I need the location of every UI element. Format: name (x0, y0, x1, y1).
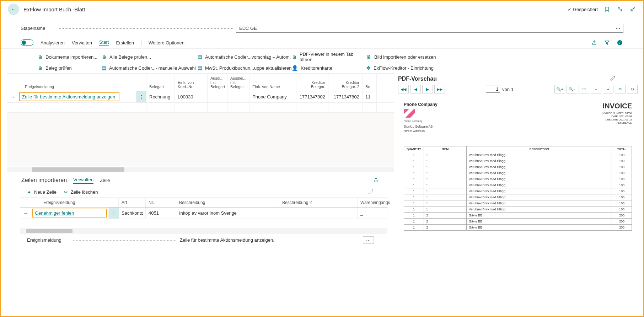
col-ausgl-belegnr[interactable]: Ausglei... mit Belegnr. (227, 74, 249, 91)
col-belegart[interactable]: Belegart (146, 74, 175, 91)
col2-beschreibung[interactable]: Beschreibung (176, 198, 279, 207)
pdf-minus-icon[interactable]: − (591, 85, 601, 93)
col-ausgl-belegart[interactable]: Ausgl... mit Belegart (208, 74, 227, 91)
cell-beschreibung: Inköp av varor inom Sverige (176, 208, 279, 219)
pdf-page-input[interactable] (486, 86, 500, 93)
grid-row[interactable]: → Zeile für bestimmte Aktionsmeldung anz… (7, 91, 394, 103)
sub-panel-header: Zeilen importieren Verwalten Zeile (7, 172, 394, 187)
stapelname-value: EDC GE (239, 26, 257, 31)
analyse-toggle[interactable] (21, 39, 33, 46)
col-kreditor-belegnr[interactable]: Kreditor Belegnr. (296, 74, 328, 91)
manual-code-icon: ▤ (102, 65, 106, 71)
grid-row-empty[interactable] (7, 103, 394, 113)
th-description: DESCRIPTION (467, 146, 612, 152)
pdf-prev-button[interactable]: ◀ (410, 85, 421, 93)
saved-label: Gespeichert (573, 7, 598, 12)
pdf-table-row: 11Varubrev/Brev med tillägg100 (404, 206, 632, 213)
stapelname-input[interactable]: EDC GE ⋯ (236, 24, 623, 33)
saved-indicator: ✓ Gespeichert (568, 7, 598, 12)
action-bild-importieren[interactable]: 🗎Bild importieren oder ersetzen (366, 52, 441, 62)
col2-ereignismeldung[interactable]: Ereignismeldung (20, 198, 119, 207)
action-zeile-loeschen[interactable]: ✂Zeile löschen (64, 189, 98, 195)
action-mwst-update[interactable]: ▤MwSt. Produktbuchun...uppe aktualisiere… (198, 65, 292, 71)
pdf-icon: 🗎 (292, 54, 297, 60)
action-label: MwSt. Produktbuchun...uppe aktualisieren (205, 65, 292, 71)
pdf-first-button[interactable]: ◀◀ (398, 85, 409, 93)
cell-waren[interactable]: _ (358, 208, 387, 219)
sub-grid-row-empty[interactable] (20, 219, 387, 228)
sub-share-icon[interactable] (372, 177, 380, 184)
pdf-zoom-out-icon[interactable]: 🔍- (567, 85, 577, 93)
new-line-icon: ✦ (27, 189, 31, 195)
menu-start[interactable]: Start (99, 39, 109, 46)
filter-icon[interactable] (603, 39, 611, 46)
ereignismeldung-link[interactable]: Zeile für bestimmte Aktionsmeldung anzei… (22, 94, 117, 100)
cell-kred2: 1771347802 (328, 91, 363, 102)
grid-header-row: Ereignismeldung Belegart Eink. von Kred.… (7, 74, 394, 91)
row-menu-button[interactable]: ⋮ (109, 208, 119, 219)
sub-grid-row[interactable]: → Genehmiger fehlen ⋮ Sachkonto 4051 Ink… (20, 208, 387, 219)
sub-grid-scrollbar[interactable] (20, 228, 387, 234)
col2-beschreibung2[interactable]: Beschreibung 2 (279, 198, 358, 207)
col-eink-name[interactable]: Eink. von Name (249, 74, 296, 91)
page-header: ← ExFlow Import Buch.-Blatt ✓ Gespeicher… (1, 1, 643, 18)
action-pdf-viewer[interactable]: 🗎PDF-Viewer in neuem Tab öffnen (292, 52, 366, 62)
col-eink-kred[interactable]: Eink. von Kred.-Nr. (175, 74, 208, 91)
row-menu-button[interactable]: ⋮ (136, 91, 146, 102)
cell-ausgl1 (208, 91, 227, 102)
action-label: Beleg prüfen (45, 65, 72, 71)
menu-verwalten[interactable]: Verwalten (72, 40, 92, 45)
row-indicator-icon: → (20, 208, 31, 219)
back-button[interactable]: ← (8, 4, 19, 15)
ellipsis-icon[interactable]: ⋯ (616, 26, 620, 31)
th-quantity: QUANTITY (404, 146, 424, 152)
action-dokumente-importieren[interactable]: 🗎Dokumente importieren... (38, 52, 102, 62)
col-ereignismeldung[interactable]: Ereignismeldung (7, 74, 146, 91)
genehmiger-link[interactable]: Genehmiger fehlen (35, 210, 74, 216)
pdf-table-row: 11Varubrev/Brev med tillägg100 (404, 200, 632, 206)
check-icon: ✓ (568, 7, 571, 12)
menu-analysieren[interactable]: Analysieren (41, 40, 65, 45)
action-kreditorenkarte[interactable]: 👤Kreditorenkarte (292, 65, 366, 71)
pdf-zoom-in-icon[interactable]: 🔍+ (554, 85, 565, 93)
action-exflow-kreditor[interactable]: ✥ExFlow-Kreditor - Einrichtung (366, 65, 441, 71)
action-auto-codier-manuell[interactable]: ▤Automatische Codier...- manuelle Auswah… (102, 65, 198, 71)
pdf-rotate-icon[interactable]: ↻ (627, 85, 638, 93)
action-neue-zeile[interactable]: ✦Neue Zeile (27, 189, 57, 195)
menu-weitere[interactable]: Weitere Optionen (149, 40, 184, 45)
action-label: ExFlow-Kreditor - Einrichtung (374, 65, 434, 71)
sub-settings-icon[interactable] (368, 189, 374, 195)
bookmark-icon[interactable] (603, 6, 611, 13)
col2-wareneingangs[interactable]: Wareneingangs (358, 198, 387, 207)
footer-menu-button[interactable]: ⋯ (363, 236, 374, 244)
sub-menu-verwalten[interactable]: Verwalten (73, 177, 93, 184)
col-kreditor-belegnr2[interactable]: Kreditor Belegnr. 2 (328, 74, 363, 91)
popout-icon[interactable] (616, 6, 623, 13)
pdf-table-row: 11Varubrev/Brev med tillägg100 (404, 170, 632, 176)
th-item: ITEM (424, 146, 467, 152)
col2-art[interactable]: Art (119, 198, 146, 207)
action-auto-codier-autom[interactable]: ▤Automatische Codier...vorschlag – Autom… (198, 52, 292, 62)
share-icon[interactable] (591, 39, 598, 46)
pdf-page-total: von 1 (502, 87, 514, 92)
menu-erstellen[interactable]: Erstellen (116, 40, 134, 45)
info-icon[interactable]: i (616, 39, 623, 46)
collapse-icon[interactable] (629, 6, 636, 13)
pdf-invoice-label: INVOICE (602, 102, 632, 110)
action-beleg-pruefen[interactable]: 🗎Beleg prüfen (38, 65, 102, 71)
pdf-title: PDF-Vorschau (398, 76, 638, 82)
th-total: TOTAL (612, 146, 632, 152)
ribbon-settings-icon[interactable] (610, 75, 616, 82)
pdf-preview-pane: PDF-Vorschau ◀◀ ◀ ▶ ▶▶ von 1 🔍+ 🔍- ⬚ − +… (394, 74, 643, 246)
pdf-next-button[interactable]: ▶ (422, 85, 433, 93)
pdf-last-button[interactable]: ▶▶ (434, 85, 445, 93)
col-be[interactable]: Be (363, 74, 377, 91)
pdf-refresh-icon[interactable]: ⟳ (615, 85, 626, 93)
main-grid-scrollbar[interactable] (7, 167, 394, 172)
col2-nr[interactable]: Nr. (146, 198, 176, 207)
action-alle-belege-pruefen[interactable]: 🗎Alle Belege prüfen... (102, 52, 198, 62)
sub-title: Zeilen importieren (21, 177, 67, 183)
pdf-fit-icon[interactable]: ⬚ (579, 85, 589, 93)
sub-menu-zeile[interactable]: Zeile (100, 178, 110, 183)
pdf-plus-icon[interactable]: + (603, 85, 613, 93)
